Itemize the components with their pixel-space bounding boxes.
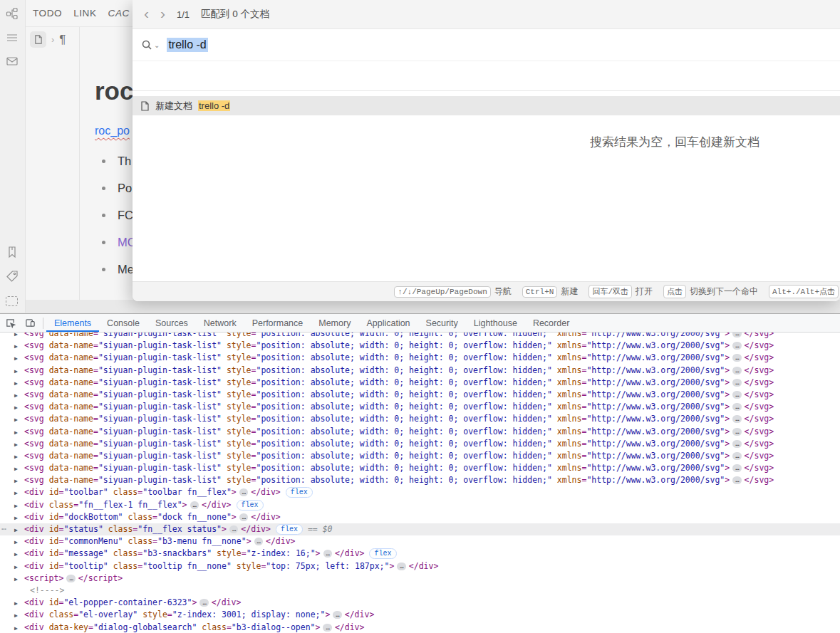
devtools-tab-memory[interactable]: Memory [311, 315, 358, 332]
expand-arrow-icon[interactable]: ▶ [14, 610, 18, 622]
outline-icon[interactable] [6, 31, 20, 46]
expand-arrow-icon[interactable]: ▶ [14, 573, 18, 585]
inline-expand-button[interactable]: … [732, 354, 741, 362]
expand-arrow-icon[interactable]: ▶ [14, 475, 18, 487]
devtools-tab-console[interactable]: Console [99, 315, 147, 332]
expand-arrow-icon[interactable]: ▶ [14, 622, 18, 633]
expand-arrow-icon[interactable]: ▶ [14, 500, 18, 512]
dom-tree-row[interactable]: ⋯▶<div id="status" class="fn__flex statu… [0, 523, 840, 535]
bullet-text[interactable]: FC [118, 209, 133, 222]
layout-badge-flex[interactable]: flex [276, 524, 303, 535]
dom-tree-row[interactable]: ▶<div id="toolbar" class="toolbar fn__fl… [0, 486, 840, 498]
tab-cac[interactable]: CAC [108, 8, 130, 19]
dom-tree-row[interactable]: ▶<div data-key="dialog-globalsearch" cla… [0, 622, 840, 633]
bookmark-icon[interactable] [6, 246, 20, 260]
expand-arrow-icon[interactable]: ▶ [14, 463, 18, 475]
devtools-tab-application[interactable]: Application [358, 315, 418, 332]
expand-arrow-icon[interactable]: ▶ [14, 402, 18, 414]
dom-tree-row[interactable]: ▶<svg data-name="siyuan-plugin-task-list… [0, 389, 840, 401]
dom-tree-row[interactable]: ▶<div id="tooltip" class="tooltip fn__no… [0, 560, 840, 572]
inline-expand-button[interactable]: … [333, 611, 341, 619]
expand-arrow-icon[interactable]: ▶ [14, 427, 18, 439]
prev-match-button[interactable]: ‹ [144, 6, 149, 21]
inline-expand-button[interactable]: … [732, 403, 741, 411]
inline-expand-button[interactable]: … [323, 624, 331, 632]
doc-ref-link[interactable]: roc_po [95, 125, 130, 137]
dom-tree-row[interactable]: ▶<svg data-name="siyuan-plugin-task-list… [0, 340, 840, 352]
bullet-text[interactable]: Th [118, 155, 131, 168]
dom-tree-row[interactable]: ▶<svg data-name="siyuan-plugin-task-list… [0, 450, 840, 462]
breadcrumb-doc-icon[interactable] [30, 31, 46, 48]
inline-expand-button[interactable]: … [732, 379, 741, 387]
inline-expand-button[interactable]: … [732, 428, 741, 436]
search-input[interactable]: trello -d [167, 38, 207, 52]
inline-expand-button[interactable]: … [732, 464, 741, 472]
dom-tree-row[interactable]: ▶<svg data-name="siyuan-plugin-task-list… [0, 413, 840, 425]
devtools-tab-network[interactable]: Network [196, 315, 244, 332]
expand-arrow-icon[interactable]: ▶ [14, 561, 18, 573]
inline-expand-button[interactable]: … [732, 476, 741, 484]
inbox-icon[interactable] [6, 55, 20, 69]
expand-arrow-icon[interactable]: ▶ [14, 389, 18, 402]
dom-tree-row[interactable]: ▶<div id="el-popper-container-6323">…</d… [0, 597, 840, 609]
expand-arrow-icon[interactable]: ▶ [14, 377, 18, 389]
inline-expand-button[interactable]: … [397, 563, 405, 570]
devtools-tab-performance[interactable]: Performance [244, 315, 311, 332]
dom-tree-row[interactable]: <!----> [0, 585, 840, 597]
dom-tree-row[interactable]: ▶<script>…</script> [0, 572, 840, 585]
dom-tree-row[interactable]: ▶<svg data-name="siyuan-plugin-task-list… [0, 365, 840, 377]
dom-tree-row[interactable]: ▶<svg data-name="siyuan-plugin-task-list… [0, 333, 840, 340]
dom-tree-row[interactable]: ▶<svg data-name="siyuan-plugin-task-list… [0, 352, 840, 364]
inline-expand-button[interactable]: … [323, 550, 332, 558]
device-toolbar-icon[interactable] [20, 315, 40, 332]
tab-todo[interactable]: TODO [33, 8, 62, 19]
dom-tree-row[interactable]: ▶<svg data-name="siyuan-plugin-task-list… [0, 401, 840, 413]
expand-arrow-icon[interactable]: ▶ [14, 451, 18, 463]
inline-expand-button[interactable]: … [199, 599, 208, 607]
dom-tree-row[interactable]: ▶<div class="el-overlay" style="z-index:… [0, 609, 840, 621]
inline-expand-button[interactable]: … [254, 538, 263, 545]
dom-tree-row[interactable]: ▶<svg data-name="siyuan-plugin-task-list… [0, 462, 840, 474]
dom-tree-row[interactable]: ▶<svg data-name="siyuan-plugin-task-list… [0, 377, 840, 389]
expand-arrow-icon[interactable]: ▶ [14, 340, 18, 352]
layout-badge-flex[interactable]: flex [369, 548, 396, 559]
devtools-tab-recorder[interactable]: Recorder [525, 315, 577, 332]
inline-expand-button[interactable]: … [229, 525, 238, 533]
dom-tree-row[interactable]: ▶<div id="commonMenu" class="b3-menu fn_… [0, 535, 840, 548]
expand-arrow-icon[interactable]: ▶ [14, 414, 18, 426]
bullet-text[interactable]: Me [118, 263, 134, 276]
devtools-tab-elements[interactable]: Elements [46, 315, 99, 332]
tag-icon[interactable] [6, 270, 20, 284]
inline-expand-button[interactable]: … [732, 391, 741, 399]
dom-tree-row[interactable]: ▶<svg data-name="siyuan-plugin-task-list… [0, 426, 840, 438]
dom-tree-row[interactable]: ▶<svg data-name="siyuan-plugin-task-list… [0, 474, 840, 486]
breadcrumb-paragraph-item[interactable]: ¶ [59, 33, 66, 47]
expand-arrow-icon[interactable]: ▶ [14, 524, 18, 536]
dom-tree-row[interactable]: ▶<div id="dockBottom" class="dock fn__no… [0, 511, 840, 523]
devtools-tab-lighthouse[interactable]: Lighthouse [466, 315, 525, 332]
expand-arrow-icon[interactable]: ▶ [14, 365, 18, 377]
dom-tree-row[interactable]: ▶<div class="fn__flex-1 fn__flex">…</div… [0, 499, 840, 511]
inline-expand-button[interactable]: … [66, 575, 75, 582]
tab-link[interactable]: LINK [73, 8, 96, 19]
inline-expand-button[interactable]: … [732, 415, 741, 423]
dom-tree-row[interactable]: ▶<div id="message" class="b3-snackbars" … [0, 548, 840, 560]
expand-arrow-icon[interactable]: ▶ [14, 487, 18, 499]
inspect-element-icon[interactable] [0, 315, 20, 332]
inline-expand-button[interactable]: … [732, 452, 741, 460]
expand-arrow-icon[interactable]: ▶ [14, 548, 18, 560]
devtools-tab-sources[interactable]: Sources [147, 315, 196, 332]
graph-view-icon[interactable] [6, 7, 20, 21]
inline-expand-button[interactable]: … [732, 333, 741, 338]
expand-arrow-icon[interactable]: ▶ [14, 512, 18, 524]
expand-arrow-icon[interactable]: ▶ [14, 439, 18, 451]
search-result-item[interactable]: 新建文档 trello -d [133, 96, 840, 115]
bullet-text[interactable]: Po [118, 182, 132, 195]
inline-expand-button[interactable]: … [732, 440, 741, 448]
expand-arrow-icon[interactable]: ▶ [14, 536, 18, 548]
inline-expand-button[interactable]: … [732, 342, 741, 350]
expand-arrow-icon[interactable]: ▶ [14, 352, 18, 365]
focus-frame-icon[interactable] [6, 296, 18, 306]
devtools-tab-security[interactable]: Security [418, 315, 466, 332]
row-gutter-dots[interactable]: ⋯ [1, 523, 6, 535]
